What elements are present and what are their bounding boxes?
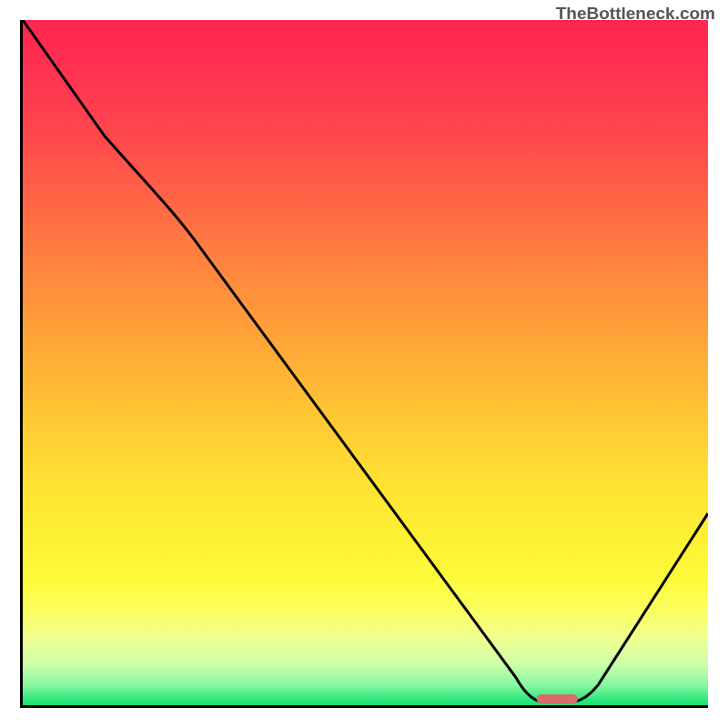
- attribution-label: TheBottleneck.com: [556, 4, 715, 24]
- curve-path: [23, 20, 708, 702]
- chart-plot-area: [20, 20, 708, 708]
- bottleneck-curve: [23, 20, 708, 705]
- minimum-marker: [537, 694, 578, 704]
